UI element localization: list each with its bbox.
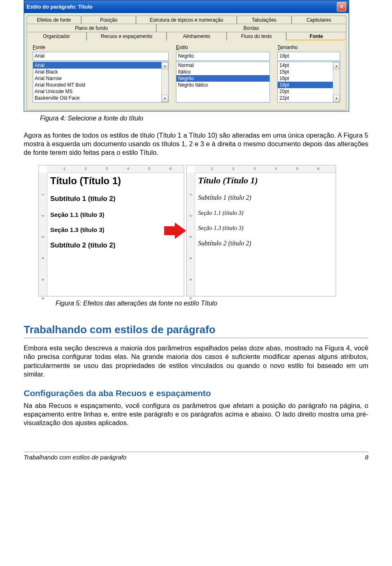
figure5: 1 2 3 4 5 6 1 2 3 4 5 6 Título (Título 1… <box>38 165 368 296</box>
doc-pane-right: 1 2 3 4 5 6 1 2 3 4 5 6 Título (Título 1… <box>186 165 336 296</box>
list-item[interactable]: Normal <box>176 62 270 69</box>
font-input[interactable]: Arial <box>33 52 169 61</box>
paragraph-1: Agora as fontes de todos os estilos de t… <box>24 131 368 157</box>
paragraph-2: Embora esta seção descreva a maioria dos… <box>24 344 368 378</box>
tab-efeitos-fonte[interactable]: Efeitos de fonte <box>27 16 81 24</box>
tab-panel-fonte: Fonte Arial Arial Arial Black Arial Narr… <box>27 40 346 110</box>
tab-posicao[interactable]: Posição <box>81 16 136 24</box>
heading-sample: Seção 1.3 (título 3) <box>50 226 181 233</box>
tab-alinhamento[interactable]: Alinhamento <box>167 32 227 40</box>
tab-estrutura-topicos[interactable]: Estrutura de tópicos e numeração <box>136 16 236 24</box>
vertical-ruler: 1 2 3 4 5 6 <box>39 173 47 296</box>
section-heading: Trabalhando com estilos de parágrafo <box>24 323 368 338</box>
paragraph-style-dialog: Estilo do parágrafo: Título ✕ Efeitos de… <box>24 0 349 111</box>
tab-capitulares[interactable]: Capitulares <box>292 16 346 24</box>
dialog-titlebar: Estilo do parágrafo: Título ✕ <box>24 0 349 13</box>
list-item[interactable]: Arial Black <box>33 69 161 75</box>
tab-organizador[interactable]: Organizador <box>27 32 87 40</box>
list-item[interactable]: Arial Rounded MT Bold <box>33 82 161 88</box>
list-item[interactable]: 14pt <box>278 62 333 69</box>
close-icon[interactable]: ✕ <box>337 2 346 11</box>
tab-row-2: Plano de fundo Bordas <box>27 24 346 32</box>
label-estilo: Estilo <box>176 45 270 50</box>
scroll-up-icon[interactable]: ▲ <box>162 62 168 69</box>
tab-row-3: Organizador Recuos e espaçamento Alinham… <box>27 32 346 40</box>
heading-sample: Subtítulo 1 (título 2) <box>50 195 181 203</box>
label-fonte: Fonte <box>33 45 169 50</box>
tab-tabulacoes[interactable]: Tabulações <box>237 16 292 24</box>
list-item[interactable]: Itálico <box>176 69 270 75</box>
list-item[interactable]: 18pt <box>278 82 333 88</box>
list-item[interactable]: Arial Narrow <box>33 75 161 82</box>
scroll-down-icon[interactable]: ▼ <box>162 95 168 102</box>
size-input[interactable]: 18pt <box>277 52 340 61</box>
figure5-caption: Figura 5: Efeitos das alterações da font… <box>56 300 368 307</box>
style-input[interactable]: Negrito <box>176 52 270 61</box>
tab-fluxo-texto[interactable]: Fluxo do texto <box>227 32 287 40</box>
heading-sample: Título (Título 1) <box>198 175 333 186</box>
figure4-caption: Figura 4: Selecione a fonte do título <box>40 115 368 122</box>
heading-sample: Seção 1.3 (título 3) <box>198 225 333 232</box>
horizontal-ruler: 1 2 3 4 5 6 <box>195 165 336 173</box>
footer-title: Trabalhando com estilos de parágrafo <box>24 454 127 461</box>
list-item[interactable]: 15pt <box>278 69 333 75</box>
doc-pane-left: 1 2 3 4 5 6 1 2 3 4 5 6 Título (Título 1… <box>38 165 184 296</box>
list-item[interactable]: Baskerville Old Face <box>33 95 161 101</box>
label-tamanho: Tamanho <box>277 45 340 50</box>
list-item[interactable]: Arial <box>33 62 161 69</box>
style-listbox[interactable]: Normal Itálico Negrito Negrito Itálico <box>176 62 270 103</box>
subsection-heading: Configurações da aba Recuos e espaçament… <box>24 388 368 398</box>
tab-fonte[interactable]: Fonte <box>286 32 346 40</box>
heading-sample: Subtítulo 2 (título 2) <box>198 240 333 247</box>
dialog-title: Estilo do parágrafo: Título <box>27 4 93 10</box>
arrow-right-icon <box>164 223 188 239</box>
list-item[interactable]: 16pt <box>278 75 333 82</box>
font-listbox[interactable]: Arial Arial Black Arial Narrow Arial Rou… <box>33 62 169 103</box>
tab-row-1: Efeitos de fonte Posição Estrutura de tó… <box>27 16 346 24</box>
heading-sample: Subtítulo 1 (título 2) <box>198 194 333 201</box>
heading-sample: Subtítulo 2 (título 2) <box>50 241 181 250</box>
page-footer: Trabalhando com estilos de parágrafo 8 <box>24 452 368 461</box>
list-item[interactable]: Negrito Itálico <box>176 82 270 88</box>
tab-bordas[interactable]: Bordas <box>156 24 346 32</box>
page-number: 8 <box>365 454 368 461</box>
vertical-ruler: 1 2 3 4 5 6 <box>187 173 195 296</box>
list-item[interactable]: 20pt <box>278 88 333 95</box>
list-item[interactable]: Arial Unicode MS <box>33 88 161 95</box>
tab-plano-fundo[interactable]: Plano de fundo <box>27 24 156 32</box>
list-item[interactable]: Negrito <box>176 75 270 82</box>
heading-sample: Seção 1.1 (título 3) <box>198 209 333 216</box>
heading-sample: Seção 1.1 (título 3) <box>50 211 181 218</box>
paragraph-3: Na aba Recuos e espaçamento, você config… <box>24 401 368 427</box>
horizontal-ruler: 1 2 3 4 5 6 <box>47 165 184 173</box>
scroll-down-icon[interactable]: ▼ <box>333 95 340 102</box>
size-listbox[interactable]: 14pt 15pt 16pt 18pt 20pt 22pt ▲ ▼ <box>277 62 340 103</box>
scrollbar[interactable]: ▲ ▼ <box>333 62 340 102</box>
tab-recuos-espacamento[interactable]: Recuos e espaçamento <box>87 32 167 40</box>
heading-sample: Título (Título 1) <box>50 175 181 187</box>
scrollbar[interactable]: ▲ ▼ <box>161 62 168 102</box>
list-item[interactable]: 22pt <box>278 95 333 101</box>
scroll-up-icon[interactable]: ▲ <box>333 62 340 69</box>
